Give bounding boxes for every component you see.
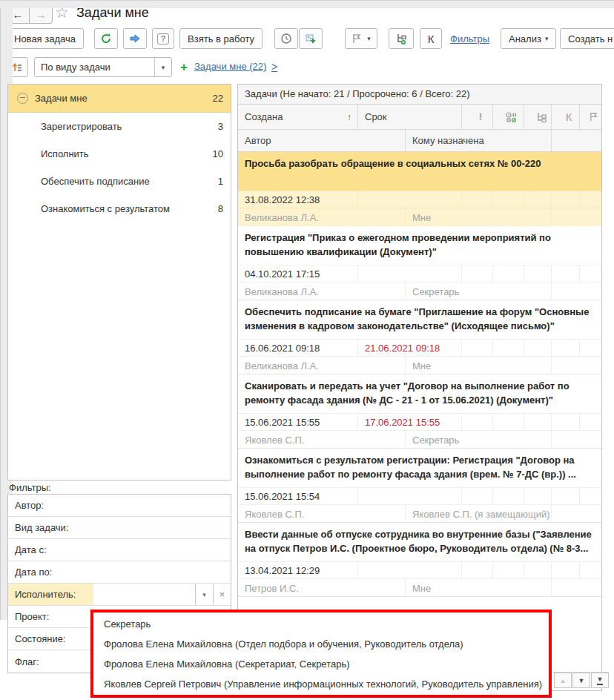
task-row[interactable]: Регистрация "Приказ о ежегодном проведен… xyxy=(238,226,601,300)
flag-icon xyxy=(351,33,363,44)
image-plus-icon xyxy=(305,33,317,44)
hierarchy-icon xyxy=(535,111,547,123)
help-button[interactable]: ? xyxy=(152,28,174,49)
task-row[interactable]: Просьба разобрать обращение в социальных… xyxy=(238,152,601,226)
control-k-icon: К xyxy=(428,33,435,45)
filter-date-to[interactable]: Дата по: xyxy=(8,561,231,584)
list-summary: Задачи (Не начато: 21 / Просрочено: 6 / … xyxy=(238,85,601,105)
add-group-button[interactable]: + xyxy=(180,60,188,75)
task-due xyxy=(358,191,462,208)
filter-executor[interactable]: Исполнитель: ▾ × xyxy=(8,584,231,606)
task-due-overdue: 17.06.2021 15:55 xyxy=(358,414,462,430)
tree-item-count: 3 xyxy=(218,121,231,132)
analysis-button[interactable]: Анализ ▾ xyxy=(501,28,556,49)
filter-author[interactable]: Автор: xyxy=(8,495,231,517)
column-due[interactable]: Срок xyxy=(358,105,462,129)
control-k-icon: К xyxy=(566,111,572,123)
column-created[interactable]: Создана ↑ xyxy=(238,105,358,129)
analysis-label: Анализ xyxy=(509,33,541,44)
task-title: Просьба разобрать обращение в социальных… xyxy=(238,152,601,191)
filter-task-type[interactable]: Вид задачи: xyxy=(8,517,231,539)
clear-icon[interactable]: × xyxy=(213,584,231,605)
column-created-label: Создана xyxy=(245,111,283,122)
tree-item-label: Исполнить xyxy=(8,148,213,159)
scroll-up-button[interactable]: ▲ xyxy=(554,673,572,688)
refresh-button[interactable] xyxy=(94,28,118,49)
create-from-button[interactable]: Создать н xyxy=(560,28,614,49)
task-row[interactable]: Ознакомиться с результатом регистрации: … xyxy=(238,449,601,523)
task-list: Задачи (Не начато: 21 / Просрочено: 6 / … xyxy=(237,84,602,691)
filter-date-from[interactable]: Дата с: xyxy=(8,539,231,561)
tasks-breadcrumb-link[interactable]: Задачи мне (22) xyxy=(194,61,266,72)
task-row[interactable]: Сканировать и передать на учет "Договор … xyxy=(238,374,601,449)
tree-root-label: Задачи мне xyxy=(35,93,213,104)
flag-icon xyxy=(589,111,600,122)
chevron-down-icon[interactable]: ▾ xyxy=(154,58,171,76)
task-created: 31.08.2022 12:38 xyxy=(238,191,358,208)
column-author-label: Автор xyxy=(245,135,271,146)
column-hierarchy[interactable] xyxy=(524,105,552,129)
scroll-to-end-button[interactable]: ▼ xyxy=(591,673,609,688)
dropdown-option[interactable]: Секретарь xyxy=(93,614,549,634)
task-created: 15.06.2021 15:55 xyxy=(238,414,358,430)
column-header-row-1: Создана ↑ Срок ! К xyxy=(238,105,601,130)
task-assignee: Мне xyxy=(406,357,552,374)
new-task-button[interactable]: Новая задача xyxy=(6,28,84,49)
scroll-down-button[interactable]: ▼ xyxy=(572,673,590,688)
refresh-icon xyxy=(100,33,112,44)
exclamation-icon: ! xyxy=(479,111,482,122)
column-header-row-2: Автор Кому назначена xyxy=(238,130,601,152)
take-to-work-button[interactable]: Взять в работу xyxy=(179,28,263,49)
blue-arrow-icon xyxy=(129,33,141,44)
column-flag[interactable] xyxy=(580,105,601,129)
column-execution-status[interactable] xyxy=(493,105,524,129)
deadline-button[interactable] xyxy=(274,28,298,49)
forward-task-button[interactable] xyxy=(123,28,147,49)
add-picture-button[interactable] xyxy=(299,28,323,49)
column-assignee[interactable]: Кому назначена xyxy=(406,130,552,151)
breadcrumb-more-link[interactable]: > xyxy=(271,61,277,73)
task-row[interactable]: Обеспечить подписание на бумаге "Приглаш… xyxy=(238,300,601,374)
filter-label: Состояние: xyxy=(8,633,65,644)
collapse-icon[interactable] xyxy=(17,93,28,104)
group-by-combobox[interactable]: По виду задачи ▾ xyxy=(34,57,172,77)
task-created: 15.06.2021 15:54 xyxy=(238,488,358,504)
filters-panel-label: Фильтры: xyxy=(9,482,51,493)
clock-icon xyxy=(280,33,292,44)
create-subtask-button[interactable] xyxy=(389,28,414,49)
dropdown-option[interactable]: Яковлев Сергей Петрович (Управление инфо… xyxy=(93,674,549,694)
tree-item-review-result[interactable]: Ознакомиться с результатом 8 xyxy=(8,195,231,222)
task-due xyxy=(358,562,462,578)
task-title: Обеспечить подписание на бумаге "Приглаш… xyxy=(238,300,601,339)
flag-menu-button[interactable]: ▾ xyxy=(345,28,377,49)
tree-item-register[interactable]: Зарегистрировать 3 xyxy=(8,113,231,140)
task-due xyxy=(358,265,462,282)
tree-item-signing[interactable]: Обеспечить подписание 1 xyxy=(8,168,231,195)
group-by-value: По виду задачи xyxy=(35,62,154,73)
filter-label: Исполнитель: xyxy=(8,584,93,605)
task-title: Регистрация "Приказ о ежегодном проведен… xyxy=(238,226,601,265)
filter-label: Дата по: xyxy=(8,567,52,578)
filters-link[interactable]: Фильтры xyxy=(450,33,489,44)
dropdown-option[interactable]: Фролова Елена Михайловна (Секретариат, С… xyxy=(93,654,549,674)
tree-item-execute[interactable]: Исполнить 10 xyxy=(8,140,231,168)
sort-ascending-icon xyxy=(11,62,23,73)
task-assignee: Секретарь xyxy=(406,283,552,300)
column-author[interactable]: Автор xyxy=(238,130,406,151)
window-frame-bottom xyxy=(0,0,614,8)
chevron-down-icon: ▾ xyxy=(545,35,549,42)
column-urgency[interactable]: ! xyxy=(462,105,493,129)
task-row[interactable]: Ввести данные об отпуске сотрудника во в… xyxy=(238,523,601,597)
tree-item-count: 10 xyxy=(213,148,231,159)
chevron-down-icon[interactable]: ▾ xyxy=(195,584,213,605)
executor-input[interactable] xyxy=(93,584,195,605)
task-title: Сканировать и передать на учет "Договор … xyxy=(238,374,601,413)
column-control[interactable]: К xyxy=(552,105,580,129)
control-button[interactable]: К xyxy=(420,28,442,49)
tree-item-count: 1 xyxy=(218,176,231,187)
tree-item-label: Обеспечить подписание xyxy=(8,176,218,187)
execution-status-icon xyxy=(505,111,518,123)
task-assignee: Яковлев С.П. (я замещающий) xyxy=(406,505,552,523)
tree-root-tasks-for-me[interactable]: Задачи мне 22 xyxy=(8,85,231,113)
dropdown-option[interactable]: Фролова Елена Михайловна (Отдел подбора … xyxy=(93,634,549,654)
